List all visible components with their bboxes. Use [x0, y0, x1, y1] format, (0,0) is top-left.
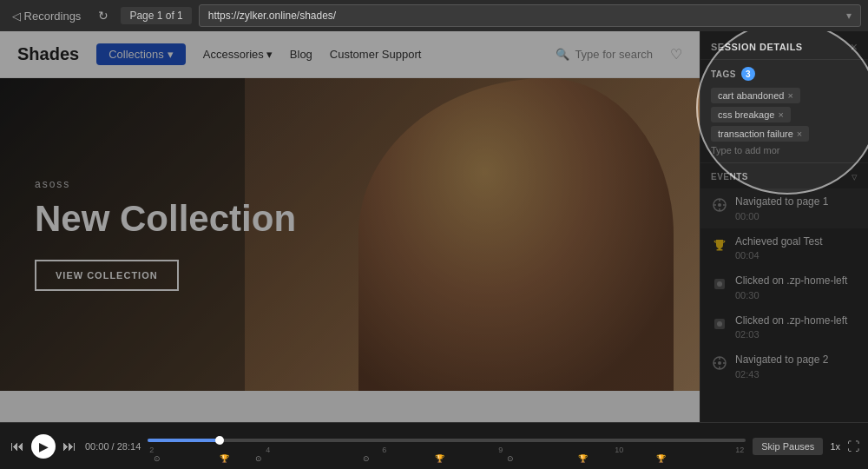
timeline-track[interactable]: ⊙ 🏆 ⊙ ⊙ 🏆 ⊙ 🏆 🏆 — [148, 439, 746, 442]
tag-transaction-failure-remove[interactable]: × — [797, 129, 802, 139]
events-section: EVENTS ▿ Navigated to page 1 — [700, 163, 868, 422]
url-bar[interactable]: https://zylker.online/shades/ ▾ — [199, 4, 861, 27]
tag-add-input[interactable] — [711, 145, 780, 155]
close-panel-button[interactable]: × — [851, 40, 858, 54]
event-click-1[interactable]: Clicked on .zp-home-left 00:30 — [700, 268, 868, 307]
event-4-time: 02:03 — [735, 329, 858, 340]
playback-speed-button[interactable]: 1x — [830, 441, 840, 452]
event-3-time: 00:30 — [735, 290, 858, 301]
marker-10: 10 — [615, 446, 623, 454]
event-1-info: Navigated to page 1 00:00 — [735, 195, 858, 221]
spotlight-area: SESSION DETAILS × TAGS 3 cart abandoned … — [700, 31, 868, 162]
website-content: Shades Collections ▾ Accessories ▾ Blog … — [0, 31, 700, 422]
event-5-info: Navigated to page 2 02:43 — [735, 353, 858, 380]
click-marker-2: ⊙ — [363, 454, 370, 463]
site-logo: Shades — [17, 44, 79, 64]
event-3-name: Clicked on .zp-home-left — [735, 274, 858, 288]
view-collection-button[interactable]: VIEW COLLECTION — [35, 260, 179, 291]
page-indicator: Page 1 of 1 — [121, 7, 191, 24]
nav-collections-btn[interactable]: Collections ▾ — [96, 43, 186, 65]
top-bar: ◁ Recordings ↻ Page 1 of 1 https://zylke… — [0, 0, 868, 31]
svg-rect-6 — [719, 247, 721, 249]
tag-cart-abandoned[interactable]: cart abandoned × — [711, 88, 800, 103]
customer-support-label: Customer Support — [330, 48, 422, 61]
svg-point-9 — [717, 281, 722, 287]
site-nav: Shades Collections ▾ Accessories ▾ Blog … — [0, 31, 700, 78]
timeline-thumb[interactable] — [215, 436, 224, 445]
event-3-info: Clicked on .zp-home-left 00:30 — [735, 274, 858, 301]
collections-chevron: ▾ — [168, 48, 174, 61]
marker-9: 9 — [498, 446, 503, 454]
browser-view: Shades Collections ▾ Accessories ▾ Blog … — [0, 31, 700, 422]
events-filter-icon[interactable]: ▿ — [852, 170, 858, 183]
player-bar: ⏮ ▶ ⏭ 00:00 / 28:14 ⊙ 🏆 ⊙ ⊙ 🏆 ⊙ 🏆 🏆 — [0, 422, 868, 469]
svg-rect-7 — [717, 249, 723, 251]
event-2-info: Achieved goal Test 00:04 — [735, 235, 858, 261]
tag-cart-abandoned-label: cart abandoned — [718, 90, 784, 101]
timeline-markers: 2 4 6 9 10 12 — [148, 446, 746, 454]
tag-transaction-failure[interactable]: transaction failure × — [711, 126, 809, 142]
hero-subtitle: asoss — [35, 178, 296, 190]
session-header: SESSION DETAILS × — [700, 31, 868, 60]
play-button[interactable]: ▶ — [31, 434, 56, 459]
trophy-icon — [711, 236, 728, 254]
reload-button[interactable]: ↻ — [93, 7, 114, 24]
skip-forward-button[interactable]: ⏭ — [61, 437, 78, 456]
nav-blog[interactable]: Blog — [290, 48, 312, 61]
timeline-area[interactable]: ⊙ 🏆 ⊙ ⊙ 🏆 ⊙ 🏆 🏆 2 4 6 9 10 12 — [148, 431, 746, 462]
nav-accessories[interactable]: Accessories ▾ — [203, 48, 273, 61]
player-right-controls: Skip Pauses 1x ⛶ — [753, 438, 859, 455]
click-marker-1: ⊙ — [255, 454, 262, 463]
hero-title: New Collection — [35, 199, 296, 239]
svg-point-1 — [718, 203, 721, 207]
back-to-recordings[interactable]: ◁ Recordings — [7, 8, 86, 24]
player-controls: ⏮ ▶ ⏭ — [9, 434, 78, 459]
skip-back-button[interactable]: ⏮ — [9, 437, 26, 456]
navigate-icon-1 — [711, 196, 728, 214]
tags-section: TAGS 3 cart abandoned × css breakage × t… — [700, 60, 868, 162]
url-dropdown-icon[interactable]: ▾ — [846, 10, 852, 22]
url-text: https://zylker.online/shades/ — [208, 10, 336, 22]
event-4-info: Clicked on .zp-home-left 02:03 — [735, 314, 858, 340]
search-placeholder: Type for search — [575, 48, 653, 61]
time-total: 28:14 — [117, 441, 141, 452]
nav-controls: ◁ Recordings ↻ Page 1 of 1 — [7, 7, 192, 24]
event-5-name: Navigated to page 2 — [735, 353, 858, 367]
events-header: EVENTS ▿ — [700, 163, 868, 188]
session-details-title: SESSION DETAILS — [711, 42, 803, 52]
marker-4: 4 — [266, 446, 270, 454]
nav-marker-2: ⊙ — [507, 454, 514, 463]
fullscreen-button[interactable]: ⛶ — [847, 439, 859, 453]
timeline-progress — [148, 439, 220, 442]
event-goal-test[interactable]: Achieved goal Test 00:04 — [700, 228, 868, 268]
accessories-chevron: ▾ — [266, 48, 273, 61]
hero-section: asoss New Collection VIEW COLLECTION — [0, 78, 700, 391]
accessories-label: Accessories — [203, 48, 264, 61]
search-icon: 🔍 — [556, 48, 569, 61]
event-4-name: Clicked on .zp-home-left — [735, 314, 858, 328]
play-icon: ▶ — [39, 439, 49, 453]
tag-css-breakage-remove[interactable]: × — [778, 109, 783, 120]
skip-pauses-button[interactable]: Skip Pauses — [753, 438, 823, 455]
event-2-time: 00:04 — [735, 250, 858, 261]
tags-label-text: TAGS — [711, 69, 736, 79]
event-navigate-2[interactable]: Navigated to page 2 02:43 — [700, 347, 868, 386]
tags-container: cart abandoned × css breakage × transact… — [711, 88, 858, 155]
site-search[interactable]: 🔍 Type for search — [556, 48, 653, 61]
event-2-name: Achieved goal Test — [735, 235, 858, 249]
blog-label: Blog — [290, 48, 312, 61]
marker-12: 12 — [735, 446, 744, 454]
time-current: 00:00 — [85, 441, 109, 452]
event-click-2[interactable]: Clicked on .zp-home-left 02:03 — [700, 307, 868, 347]
nav-customer-support[interactable]: Customer Support — [330, 48, 422, 61]
navigate-icon-2 — [711, 354, 728, 372]
main-area: Shades Collections ▾ Accessories ▾ Blog … — [0, 31, 868, 422]
tags-count-badge: 3 — [741, 67, 755, 81]
tag-cart-abandoned-remove[interactable]: × — [787, 90, 792, 101]
tag-css-breakage-label: css breakage — [718, 109, 774, 120]
wishlist-icon[interactable]: ♡ — [670, 46, 682, 63]
events-label: EVENTS — [711, 172, 748, 182]
event-navigate-1[interactable]: Navigated to page 1 00:00 — [700, 188, 868, 228]
tag-css-breakage[interactable]: css breakage × — [711, 107, 791, 122]
click-icon-1 — [711, 275, 728, 293]
